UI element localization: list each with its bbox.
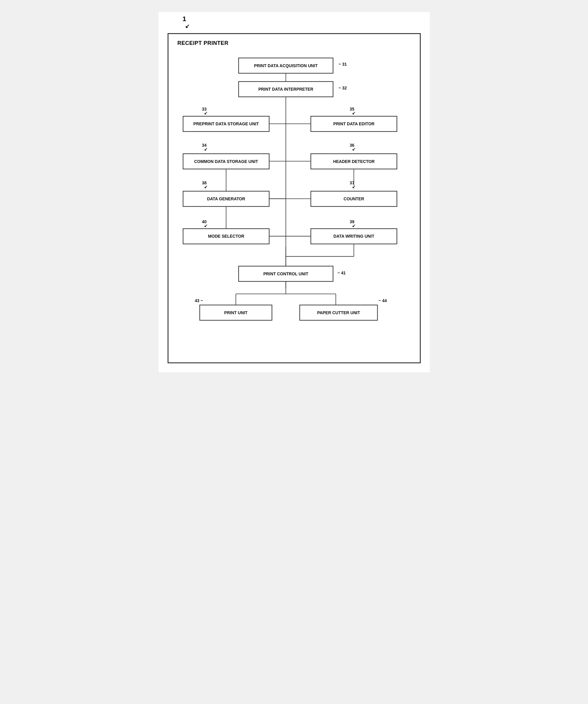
print-data-editor-label: PRINT DATA EDITOR bbox=[333, 121, 374, 126]
print-control-unit-label: PRINT CONTROL UNIT bbox=[263, 272, 308, 276]
diagram-number: 1 ↙ bbox=[182, 15, 190, 30]
ref-35-arrow: ↙ bbox=[352, 111, 355, 115]
print-data-acquisition-ref: ~ 31 bbox=[338, 62, 347, 67]
ref-39-arrow: ↙ bbox=[352, 223, 355, 228]
counter-label: COUNTER bbox=[343, 196, 364, 201]
ref-43: 43 ~ bbox=[195, 298, 203, 303]
data-generator-label: DATA GENERATOR bbox=[207, 196, 245, 201]
header-detector-label: HEADER DETECTOR bbox=[333, 159, 375, 164]
receipt-printer-label: RECEIPT PRINTER bbox=[177, 40, 411, 46]
data-writing-unit-label: DATA WRITING UNIT bbox=[333, 234, 374, 239]
preprint-data-storage-label: PREPRINT DATA STORAGE UNIT bbox=[193, 121, 259, 126]
ref-44: ~ 44 bbox=[379, 298, 387, 303]
print-data-interpreter-ref: ~ 32 bbox=[338, 85, 347, 91]
top-number-label: 1 bbox=[182, 15, 186, 22]
diagram-svg: PRINT DATA ACQUISITION UNIT ~ 31 PRINT D… bbox=[177, 52, 411, 352]
ref-38-arrow: ↙ bbox=[204, 184, 208, 189]
top-number-arrow: ↙ bbox=[185, 23, 190, 30]
ref-33-arrow: ↙ bbox=[204, 111, 208, 115]
outer-box: RECEIPT PRINTER PRINT DATA ACQUISITION U… bbox=[168, 33, 421, 363]
ref-36-arrow: ↙ bbox=[352, 147, 355, 152]
common-data-storage-label: COMMON DATA STORAGE UNIT bbox=[194, 159, 258, 164]
ref-40-arrow: ↙ bbox=[204, 223, 208, 228]
page: 1 ↙ RECEIPT PRINTER PRINT DATA ACQUISITI… bbox=[159, 12, 430, 372]
ref-37-arrow: ↙ bbox=[352, 184, 355, 189]
print-unit-label: PRINT UNIT bbox=[224, 310, 248, 315]
paper-cutter-unit-label: PAPER CUTTER UNIT bbox=[317, 310, 360, 315]
print-data-acquisition-label: PRINT DATA ACQUISITION UNIT bbox=[254, 63, 318, 68]
mode-selector-label: MODE SELECTOR bbox=[208, 234, 244, 239]
print-control-unit-ref: ~ 41 bbox=[337, 271, 346, 275]
ref-34-arrow: ↙ bbox=[204, 147, 208, 152]
print-data-interpreter-label: PRINT DATA INTERPRETER bbox=[258, 87, 313, 92]
